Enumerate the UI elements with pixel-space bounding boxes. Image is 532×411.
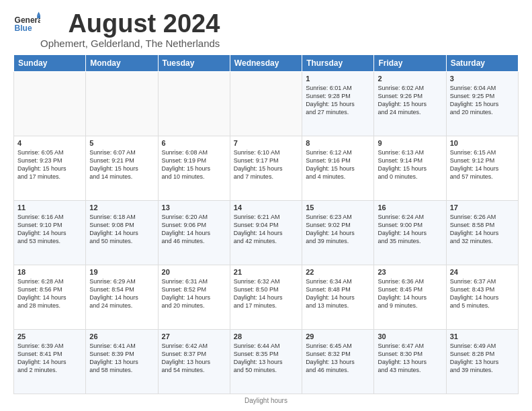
- col-sunday: Sunday: [14, 55, 86, 72]
- day-info: Sunrise: 6:32 AM Sunset: 8:50 PM Dayligh…: [234, 277, 298, 310]
- table-row: 2Sunrise: 6:02 AM Sunset: 9:26 PM Daylig…: [374, 72, 446, 136]
- day-info: Sunrise: 6:42 AM Sunset: 8:37 PM Dayligh…: [162, 342, 226, 375]
- day-info: Sunrise: 6:21 AM Sunset: 9:04 PM Dayligh…: [234, 213, 298, 246]
- table-row: [14, 72, 86, 136]
- table-row: 14Sunrise: 6:21 AM Sunset: 9:04 PM Dayli…: [230, 201, 302, 265]
- day-number: 30: [378, 332, 442, 340]
- table-row: 4Sunrise: 6:05 AM Sunset: 9:23 PM Daylig…: [14, 136, 86, 201]
- day-info: Sunrise: 6:05 AM Sunset: 9:23 PM Dayligh…: [17, 148, 82, 181]
- day-info: Sunrise: 6:08 AM Sunset: 9:19 PM Dayligh…: [162, 148, 226, 181]
- day-info: Sunrise: 6:37 AM Sunset: 8:43 PM Dayligh…: [450, 277, 515, 310]
- day-info: Sunrise: 6:13 AM Sunset: 9:14 PM Dayligh…: [378, 148, 442, 181]
- table-row: 24Sunrise: 6:37 AM Sunset: 8:43 PM Dayli…: [446, 265, 518, 330]
- col-monday: Monday: [86, 55, 158, 72]
- col-thursday: Thursday: [302, 55, 374, 72]
- calendar-week-row: 11Sunrise: 6:16 AM Sunset: 9:10 PM Dayli…: [14, 201, 519, 265]
- table-row: 10Sunrise: 6:15 AM Sunset: 9:12 PM Dayli…: [446, 136, 518, 201]
- day-info: Sunrise: 6:34 AM Sunset: 8:48 PM Dayligh…: [306, 277, 370, 310]
- calendar: Sunday Monday Tuesday Wednesday Thursday…: [13, 54, 519, 394]
- day-info: Sunrise: 6:01 AM Sunset: 9:28 PM Dayligh…: [306, 84, 370, 117]
- day-number: 10: [450, 139, 515, 147]
- table-row: [230, 72, 302, 136]
- day-number: 15: [306, 203, 370, 212]
- day-info: Sunrise: 6:45 AM Sunset: 8:32 PM Dayligh…: [306, 342, 370, 375]
- day-number: 31: [450, 332, 515, 340]
- col-tuesday: Tuesday: [158, 55, 230, 72]
- table-row: 8Sunrise: 6:12 AM Sunset: 9:16 PM Daylig…: [302, 136, 374, 201]
- table-row: [86, 72, 158, 136]
- day-info: Sunrise: 6:26 AM Sunset: 8:58 PM Dayligh…: [450, 213, 515, 246]
- table-row: 19Sunrise: 6:29 AM Sunset: 8:54 PM Dayli…: [86, 265, 158, 330]
- day-info: Sunrise: 6:10 AM Sunset: 9:17 PM Dayligh…: [234, 148, 298, 181]
- day-number: 12: [89, 203, 154, 212]
- day-number: 28: [234, 332, 298, 340]
- table-row: 26Sunrise: 6:41 AM Sunset: 8:39 PM Dayli…: [86, 330, 158, 394]
- day-number: 16: [378, 203, 442, 212]
- table-row: 21Sunrise: 6:32 AM Sunset: 8:50 PM Dayli…: [230, 265, 302, 330]
- table-row: 17Sunrise: 6:26 AM Sunset: 8:58 PM Dayli…: [446, 201, 518, 265]
- day-info: Sunrise: 6:02 AM Sunset: 9:26 PM Dayligh…: [378, 84, 442, 117]
- table-row: [158, 72, 230, 136]
- header: General Blue August 2024 Ophemert, Gelde…: [13, 11, 519, 49]
- day-number: 4: [17, 139, 82, 147]
- col-friday: Friday: [374, 55, 446, 72]
- day-info: Sunrise: 6:23 AM Sunset: 9:02 PM Dayligh…: [306, 213, 370, 246]
- day-number: 25: [17, 332, 82, 340]
- table-row: 18Sunrise: 6:28 AM Sunset: 8:56 PM Dayli…: [14, 265, 86, 330]
- table-row: 27Sunrise: 6:42 AM Sunset: 8:37 PM Dayli…: [158, 330, 230, 394]
- table-row: 6Sunrise: 6:08 AM Sunset: 9:19 PM Daylig…: [158, 136, 230, 201]
- day-number: 14: [234, 203, 298, 212]
- table-row: 28Sunrise: 6:44 AM Sunset: 8:35 PM Dayli…: [230, 330, 302, 394]
- day-info: Sunrise: 6:41 AM Sunset: 8:39 PM Dayligh…: [89, 342, 154, 375]
- table-row: 20Sunrise: 6:31 AM Sunset: 8:52 PM Dayli…: [158, 265, 230, 330]
- table-row: 16Sunrise: 6:24 AM Sunset: 9:00 PM Dayli…: [374, 201, 446, 265]
- day-info: Sunrise: 6:24 AM Sunset: 9:00 PM Dayligh…: [378, 213, 442, 246]
- footer-label: Daylight hours: [13, 397, 519, 404]
- month-title: August 2024: [40, 11, 220, 36]
- table-row: 3Sunrise: 6:04 AM Sunset: 9:25 PM Daylig…: [446, 72, 518, 136]
- day-info: Sunrise: 6:44 AM Sunset: 8:35 PM Dayligh…: [234, 342, 298, 375]
- table-row: 12Sunrise: 6:18 AM Sunset: 9:08 PM Dayli…: [86, 201, 158, 265]
- day-number: 8: [306, 139, 370, 147]
- day-info: Sunrise: 6:39 AM Sunset: 8:41 PM Dayligh…: [17, 342, 82, 375]
- day-number: 24: [450, 268, 515, 276]
- day-info: Sunrise: 6:47 AM Sunset: 8:30 PM Dayligh…: [378, 342, 442, 375]
- day-info: Sunrise: 6:04 AM Sunset: 9:25 PM Dayligh…: [450, 84, 515, 117]
- table-row: 23Sunrise: 6:36 AM Sunset: 8:45 PM Dayli…: [374, 265, 446, 330]
- day-number: 23: [378, 268, 442, 276]
- day-number: 1: [306, 75, 370, 83]
- day-number: 18: [17, 268, 82, 276]
- table-row: 1Sunrise: 6:01 AM Sunset: 9:28 PM Daylig…: [302, 72, 374, 136]
- day-info: Sunrise: 6:31 AM Sunset: 8:52 PM Dayligh…: [162, 277, 226, 310]
- table-row: 13Sunrise: 6:20 AM Sunset: 9:06 PM Dayli…: [158, 201, 230, 265]
- table-row: 11Sunrise: 6:16 AM Sunset: 9:10 PM Dayli…: [14, 201, 86, 265]
- col-saturday: Saturday: [446, 55, 518, 72]
- calendar-week-row: 4Sunrise: 6:05 AM Sunset: 9:23 PM Daylig…: [14, 136, 519, 201]
- title-block: August 2024 Ophemert, Gelderland, The Ne…: [40, 11, 220, 49]
- svg-text:Blue: Blue: [15, 24, 32, 33]
- day-number: 11: [17, 203, 82, 212]
- day-number: 6: [162, 139, 226, 147]
- day-info: Sunrise: 6:12 AM Sunset: 9:16 PM Dayligh…: [306, 148, 370, 181]
- table-row: 29Sunrise: 6:45 AM Sunset: 8:32 PM Dayli…: [302, 330, 374, 394]
- table-row: 7Sunrise: 6:10 AM Sunset: 9:17 PM Daylig…: [230, 136, 302, 201]
- calendar-table: Sunday Monday Tuesday Wednesday Thursday…: [13, 54, 519, 394]
- table-row: 31Sunrise: 6:49 AM Sunset: 8:28 PM Dayli…: [446, 330, 518, 394]
- table-row: 30Sunrise: 6:47 AM Sunset: 8:30 PM Dayli…: [374, 330, 446, 394]
- calendar-week-row: 1Sunrise: 6:01 AM Sunset: 9:28 PM Daylig…: [14, 72, 519, 136]
- day-number: 29: [306, 332, 370, 340]
- day-number: 20: [162, 268, 226, 276]
- day-number: 2: [378, 75, 442, 83]
- day-number: 7: [234, 139, 298, 147]
- calendar-week-row: 18Sunrise: 6:28 AM Sunset: 8:56 PM Dayli…: [14, 265, 519, 330]
- day-info: Sunrise: 6:15 AM Sunset: 9:12 PM Dayligh…: [450, 148, 515, 181]
- day-info: Sunrise: 6:16 AM Sunset: 9:10 PM Dayligh…: [17, 213, 82, 246]
- days-header-row: Sunday Monday Tuesday Wednesday Thursday…: [14, 55, 519, 72]
- calendar-week-row: 25Sunrise: 6:39 AM Sunset: 8:41 PM Dayli…: [14, 330, 519, 394]
- day-info: Sunrise: 6:36 AM Sunset: 8:45 PM Dayligh…: [378, 277, 442, 310]
- svg-text:General: General: [15, 15, 40, 25]
- day-info: Sunrise: 6:18 AM Sunset: 9:08 PM Dayligh…: [89, 213, 154, 246]
- table-row: 5Sunrise: 6:07 AM Sunset: 9:21 PM Daylig…: [86, 136, 158, 201]
- day-number: 13: [162, 203, 226, 212]
- day-number: 22: [306, 268, 370, 276]
